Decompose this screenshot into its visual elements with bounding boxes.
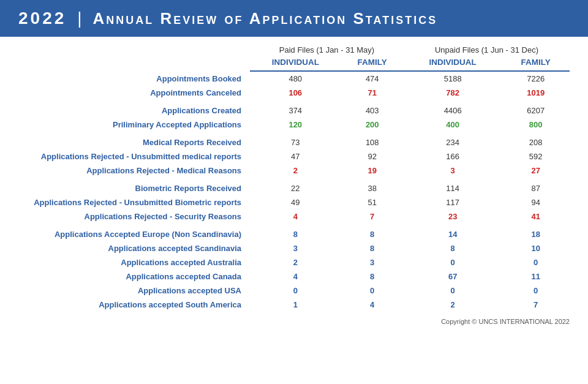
unpaid-family-value: 7	[502, 298, 570, 312]
unpaid-individual-value: 234	[404, 135, 502, 149]
paid-individual-value: 480	[250, 71, 341, 86]
header-divider: |	[77, 9, 81, 28]
paid-individual-header: INDIVIDUAL	[250, 56, 341, 71]
paid-family-value: 474	[341, 71, 404, 86]
table-row: Appointments Booked 480 474 5188 7226	[18, 71, 570, 86]
unpaid-individual-value: 14	[404, 227, 502, 241]
paid-family-value: 0	[341, 284, 404, 298]
paid-family-value: 3	[341, 255, 404, 269]
row-label: Applications Rejected - Medical Reasons	[18, 164, 250, 178]
column-group-headers: Paid Files (1 Jan - 31 May) Unpaid Files…	[18, 43, 570, 56]
paid-individual-value: 8	[250, 227, 341, 241]
unpaid-family-value: 592	[502, 149, 570, 164]
table-row: Applications Rejected - Medical Reasons …	[18, 164, 570, 178]
row-label: Applications accepted Australia	[18, 255, 250, 269]
paid-individual-value: 1	[250, 298, 341, 312]
paid-individual-value: 2	[250, 255, 341, 269]
unpaid-individual-value: 782	[404, 86, 502, 100]
paid-individual-value: 2	[250, 164, 341, 178]
paid-individual-value: 106	[250, 86, 341, 100]
unpaid-individual-value: 23	[404, 209, 502, 224]
unpaid-family-value: 800	[502, 118, 570, 132]
paid-family-value: 92	[341, 149, 404, 164]
row-label: Applications accepted USA	[18, 284, 250, 298]
row-label: Appointments Canceled	[18, 86, 250, 100]
row-label: Applications Rejected - Security Reasons	[18, 209, 250, 224]
header: 2022 | Annual Review of Application Stat…	[0, 0, 588, 37]
unpaid-family-value: 208	[502, 135, 570, 149]
paid-individual-value: 4	[250, 269, 341, 284]
table-row: Applications Rejected - Unsubmitted medi…	[18, 149, 570, 164]
paid-individual-value: 73	[250, 135, 341, 149]
header-year: 2022	[18, 9, 66, 28]
unpaid-files-label: Unpaid Files (1 Jun - 31 Dec)	[404, 43, 570, 56]
unpaid-individual-value: 0	[404, 255, 502, 269]
unpaid-individual-value: 67	[404, 269, 502, 284]
paid-family-value: 108	[341, 135, 404, 149]
unpaid-family-header: FAMILY	[502, 56, 570, 71]
paid-individual-value: 49	[250, 195, 341, 209]
unpaid-family-value: 6207	[502, 104, 570, 118]
unpaid-individual-value: 114	[404, 181, 502, 195]
unpaid-individual-value: 5188	[404, 71, 502, 86]
paid-family-value: 71	[341, 86, 404, 100]
header-title: Annual Review of Application Statistics	[93, 9, 438, 28]
unpaid-family-value: 87	[502, 181, 570, 195]
paid-individual-value: 374	[250, 104, 341, 118]
unpaid-individual-value: 3	[404, 164, 502, 178]
unpaid-family-value: 0	[502, 284, 570, 298]
row-label: Applications accepted South America	[18, 298, 250, 312]
unpaid-individual-value: 8	[404, 241, 502, 255]
unpaid-family-value: 7226	[502, 71, 570, 86]
paid-family-value: 51	[341, 195, 404, 209]
table-row: Applications Created 374 403 4406 6207	[18, 104, 570, 118]
table-row: Applications accepted USA 0 0 0 0	[18, 284, 570, 298]
table-row: Biometric Reports Received 22 38 114 87	[18, 181, 570, 195]
paid-family-value: 7	[341, 209, 404, 224]
unpaid-individual-value: 117	[404, 195, 502, 209]
unpaid-individual-value: 0	[404, 284, 502, 298]
column-sub-headers: INDIVIDUAL FAMILY INDIVIDUAL FAMILY	[18, 56, 570, 71]
row-label: Applications Created	[18, 104, 250, 118]
paid-individual-value: 120	[250, 118, 341, 132]
unpaid-family-value: 1019	[502, 86, 570, 100]
paid-individual-value: 0	[250, 284, 341, 298]
paid-family-value: 403	[341, 104, 404, 118]
unpaid-family-value: 18	[502, 227, 570, 241]
unpaid-family-value: 41	[502, 209, 570, 224]
row-label: Applications Accepted Europe (Non Scandi…	[18, 227, 250, 241]
paid-family-header: FAMILY	[341, 56, 404, 71]
table-row: Applications accepted South America 1 4 …	[18, 298, 570, 312]
table-row: Medical Reports Received 73 108 234 208	[18, 135, 570, 149]
row-label: Applications Rejected - Unsubmitted Biom…	[18, 195, 250, 209]
unpaid-individual-value: 400	[404, 118, 502, 132]
table-row: Applications Rejected - Security Reasons…	[18, 209, 570, 224]
unpaid-individual-header: INDIVIDUAL	[404, 56, 502, 71]
unpaid-individual-value: 2	[404, 298, 502, 312]
paid-individual-value: 47	[250, 149, 341, 164]
row-label: Priliminary Accepted Applications	[18, 118, 250, 132]
paid-family-value: 200	[341, 118, 404, 132]
copyright: Copyright © UNCS INTERNATIONAL 2022	[0, 315, 588, 326]
unpaid-individual-value: 4406	[404, 104, 502, 118]
paid-family-value: 8	[341, 227, 404, 241]
unpaid-family-value: 10	[502, 241, 570, 255]
table-row: Applications accepted Scandinavia 3 8 8 …	[18, 241, 570, 255]
paid-family-value: 4	[341, 298, 404, 312]
table-row: Applications accepted Australia 2 3 0 0	[18, 255, 570, 269]
paid-individual-value: 3	[250, 241, 341, 255]
unpaid-family-value: 11	[502, 269, 570, 284]
paid-family-value: 8	[341, 269, 404, 284]
unpaid-family-value: 94	[502, 195, 570, 209]
row-label: Applications Rejected - Unsubmitted medi…	[18, 149, 250, 164]
row-label: Applications accepted Scandinavia	[18, 241, 250, 255]
paid-family-value: 8	[341, 241, 404, 255]
row-label: Medical Reports Received	[18, 135, 250, 149]
table-row: Priliminary Accepted Applications 120 20…	[18, 118, 570, 132]
row-label: Biometric Reports Received	[18, 181, 250, 195]
unpaid-family-value: 27	[502, 164, 570, 178]
row-label: Applications accepted Canada	[18, 269, 250, 284]
table-row: Applications Accepted Europe (Non Scandi…	[18, 227, 570, 241]
row-label: Appointments Booked	[18, 71, 250, 86]
paid-individual-value: 22	[250, 181, 341, 195]
